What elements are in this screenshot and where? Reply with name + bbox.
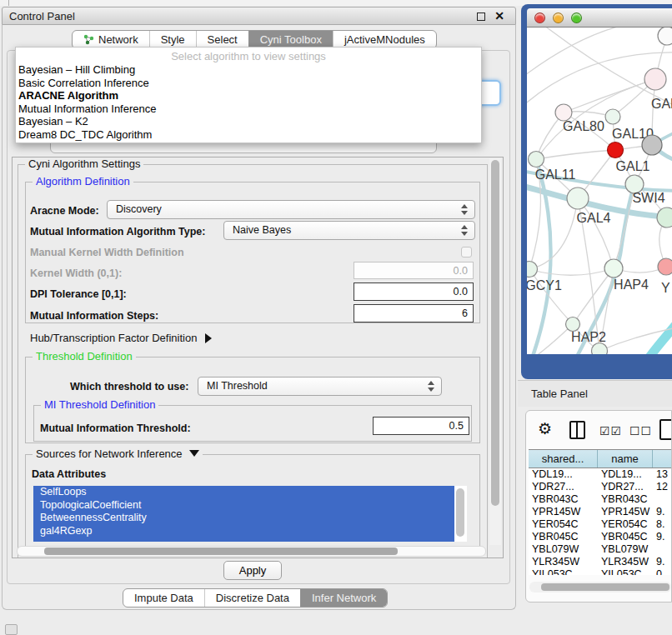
collapse-arrow-icon[interactable] (189, 450, 199, 457)
table-header: shared...name (529, 449, 672, 468)
aracne-mode-combo[interactable]: Discovery (107, 200, 475, 219)
table-row[interactable]: YPR145WYPR145W9. (529, 506, 672, 518)
mi-algorithm-type-combo[interactable]: Naive Bayes (223, 221, 475, 240)
network-node-gal4[interactable] (567, 188, 589, 209)
table-cell: 9. (653, 556, 672, 568)
attributes-list-scrollbar[interactable] (456, 488, 464, 537)
cyni-algorithm-settings-legend: Cyni Algorithm Settings (25, 158, 143, 170)
hub-transcription-factor-section[interactable]: Hub/Transcription Factor Definition (30, 332, 212, 344)
tab-infer-network[interactable]: Infer Network (300, 589, 387, 607)
table-cell: YBR045C (598, 531, 653, 543)
threshold-definition-legend: Threshold Definition (33, 350, 136, 362)
network-node-gal[interactable] (644, 68, 666, 90)
gear-icon[interactable]: ⚙ (538, 419, 552, 438)
mi-steps-field[interactable] (354, 304, 474, 322)
table-horizontal-scrollbar-track[interactable] (529, 582, 671, 592)
attribute-item-selfloops[interactable]: SelfLoops (33, 486, 454, 499)
deselect-all-checkboxes-icon[interactable]: ☐☐ (629, 424, 652, 438)
select-all-checkboxes-icon[interactable]: ☑☑ (599, 424, 622, 438)
settings-vertical-scrollbar-thumb[interactable] (491, 160, 499, 506)
attribute-item-partial[interactable] (33, 538, 454, 542)
network-node[interactable] (592, 343, 608, 355)
table-horizontal-scrollbar-thumb[interactable] (541, 583, 669, 591)
attribute-item-gal4rgexp[interactable]: gal4RGexp (33, 525, 454, 538)
network-node[interactable] (657, 208, 672, 228)
tab-jactivemnodules[interactable]: jActiveMNodules (333, 31, 436, 48)
network-node-hap4[interactable] (604, 259, 623, 278)
table-row[interactable]: YLR345WYLR345W9. (529, 556, 672, 568)
mi-threshold-field[interactable] (373, 417, 469, 435)
settings-vertical-scrollbar-track[interactable] (489, 158, 501, 545)
minimize-traffic-light[interactable] (553, 12, 564, 23)
network-node[interactable] (642, 135, 662, 155)
table-cell: YPR145W (529, 506, 598, 518)
kernel-width-field[interactable] (354, 262, 474, 279)
close-icon[interactable]: ✕ (494, 9, 504, 22)
which-threshold-combo[interactable]: MI Threshold (198, 377, 442, 396)
export-table-icon[interactable] (659, 419, 672, 440)
network-node-gal1[interactable] (608, 142, 624, 158)
tab-impute-data[interactable]: Impute Data (123, 589, 204, 607)
aracne-mode-value: Discovery (116, 203, 162, 215)
tab-label: Cyni Toolbox (260, 33, 322, 46)
apply-button[interactable]: Apply (223, 561, 282, 580)
column-header-name[interactable]: name (598, 450, 653, 468)
network-node-gcy1[interactable] (527, 262, 538, 278)
node-label-gal11: GAL11 (535, 168, 576, 182)
network-node-gal11[interactable] (529, 152, 544, 168)
close-traffic-light[interactable] (534, 12, 545, 23)
tab-style[interactable]: Style (149, 31, 196, 48)
data-attributes-list[interactable]: SelfLoopsTopologicalCoefficientBetweenne… (33, 486, 467, 542)
network-node-gal80[interactable] (555, 104, 572, 121)
float-window-icon[interactable] (477, 12, 485, 21)
table-cell: YDR27... (598, 481, 653, 493)
tab-discretize-data[interactable]: Discretize Data (204, 589, 300, 607)
attribute-item-betweennesscentrality[interactable]: BetweennessCentrality (33, 512, 454, 525)
minimized-panel-icon[interactable] (5, 624, 18, 635)
algorithm-option-aracne-algorithm[interactable]: ARACNE Algorithm (16, 89, 481, 102)
table-panel: ⚙ ☑☑ ☐☐ shared...name YDL19...YDL19...13… (525, 410, 672, 602)
table-cell: YDL19... (598, 468, 653, 481)
table-cell: YIL053C (529, 568, 598, 575)
node-label-hap2: HAP2 (571, 330, 606, 344)
tab-select[interactable]: Select (196, 31, 248, 48)
tab-cyni-toolbox[interactable]: Cyni Toolbox (248, 31, 333, 48)
settings-horizontal-scrollbar-thumb[interactable] (44, 548, 398, 555)
network-canvas[interactable]: GALGAL80GAL10GAL1GAL11SWI4GAL4GCY1HAP4YH… (527, 28, 672, 354)
dpi-tolerance-field[interactable] (354, 282, 474, 301)
algorithm-option-dream8-dc-tdc-algorithm[interactable]: Dream8 DC_TDC Algorithm (16, 128, 481, 142)
attribute-item-topologicalcoefficient[interactable]: TopologicalCoefficient (33, 499, 454, 512)
table-cell: YBL079W (529, 543, 598, 556)
manual-kernel-width-checkbox[interactable] (461, 247, 472, 258)
settings-horizontal-scrollbar-track[interactable] (17, 546, 486, 557)
algorithm-option-bayesian-k2[interactable]: Bayesian – K2 (16, 115, 481, 128)
algorithm-option-bayesian-hill-climbing[interactable]: Bayesian – Hill Climbing (16, 63, 481, 77)
table-row[interactable]: YIL053CYIL053C0. (529, 568, 672, 575)
algorithm-option-basic-correlation-inference[interactable]: Basic Correlation Inference (16, 77, 481, 90)
which-threshold-value: MI Threshold (207, 380, 268, 392)
node-label-gcy1: GCY1 (527, 278, 562, 292)
column-header-2[interactable] (653, 450, 672, 468)
table-row[interactable]: YDL19...YDL19...13 (529, 468, 672, 481)
zoom-traffic-light[interactable] (571, 12, 582, 23)
columns-icon[interactable] (569, 421, 585, 439)
network-graph: GALGAL80GAL10GAL1GAL11SWI4GAL4GCY1HAP4YH… (527, 28, 672, 354)
table-row[interactable]: YBR043CYBR043C (529, 493, 672, 506)
network-node-gal10[interactable] (605, 109, 620, 124)
column-header-shared[interactable]: shared... (529, 450, 598, 468)
aracne-mode-label: Aracne Mode: (30, 205, 99, 217)
algorithm-option-mutual-information-inference[interactable]: Mutual Information Inference (16, 102, 481, 116)
tab-network[interactable]: Network (73, 31, 149, 48)
expand-arrow-icon[interactable] (205, 333, 212, 343)
node-label-gal1: GAL1 (616, 159, 650, 173)
hub-transcription-factor-label: Hub/Transcription Factor Definition (30, 332, 197, 344)
table-row[interactable]: YBR045CYBR045C9. (529, 531, 672, 543)
network-node-hap2[interactable] (566, 318, 580, 332)
table-body: YDL19...YDL19...13YDR27...YDR27...12YBR0… (529, 468, 672, 575)
table-row[interactable]: YBL079WYBL079W (529, 543, 672, 556)
table-row[interactable]: YER054CYER054C8. (529, 518, 672, 531)
table-cell: YER054C (529, 518, 598, 531)
network-node[interactable] (658, 28, 672, 45)
network-node-y[interactable] (658, 258, 672, 275)
table-row[interactable]: YDR27...YDR27...12 (529, 481, 672, 493)
